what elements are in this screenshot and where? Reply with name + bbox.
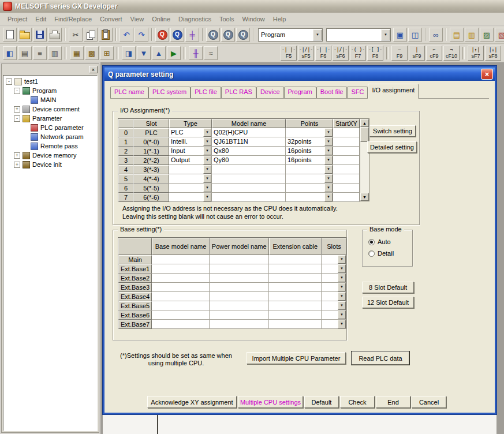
note-display-icon-button[interactable]: ▥ xyxy=(48,46,62,60)
trace-icon-button[interactable]: ≈ xyxy=(204,46,218,60)
io-points-dropdown[interactable]: ▼ xyxy=(286,128,333,137)
tree-expander[interactable]: - xyxy=(14,88,20,94)
chevron-down-icon[interactable]: ▼ xyxy=(324,165,333,174)
comment-display-icon-button[interactable]: ▤ xyxy=(18,46,32,60)
chevron-down-icon[interactable]: ▼ xyxy=(338,274,346,282)
slots-dropdown[interactable]: ▼ xyxy=(322,301,346,310)
monitor-start-icon-button[interactable]: ▶ xyxy=(167,46,181,60)
tree-item-parameter[interactable]: -Parameter xyxy=(3,114,97,123)
chevron-down-icon[interactable]: ▼ xyxy=(324,128,333,137)
menu-item-convert[interactable]: Convert xyxy=(96,14,126,24)
base-model-name-cell[interactable] xyxy=(152,264,210,274)
tree-item-network-param[interactable]: Network param xyxy=(3,132,97,141)
io-model-name-cell[interactable]: Qy80 xyxy=(212,156,286,165)
io-startxy-cell[interactable] xyxy=(333,128,360,137)
tab-plc-file[interactable]: PLC file xyxy=(191,87,221,98)
monitor-write-icon-button[interactable]: ▥ xyxy=(465,28,479,42)
parameter-setting-icon-button[interactable]: ⊞ xyxy=(100,46,114,60)
io-startxy-cell[interactable] xyxy=(333,147,360,156)
base-mode-detail-radio[interactable]: Detail xyxy=(368,250,394,257)
switch-setting-button[interactable]: Switch setting xyxy=(369,125,416,137)
menu-item-window[interactable]: Window xyxy=(238,14,269,24)
read-mode-icon-button[interactable]: ▨ xyxy=(480,28,494,42)
program-verify-icon-button[interactable]: Q xyxy=(170,28,184,42)
chevron-down-icon[interactable]: ▼ xyxy=(338,320,346,328)
fkey-sf8-button[interactable]: |↓|sF8 xyxy=(485,46,501,61)
io-type-dropdown[interactable]: ▼ xyxy=(169,174,212,184)
io-points-dropdown[interactable]: ▼ xyxy=(286,174,333,184)
io-model-name-cell[interactable] xyxy=(212,193,286,202)
fkey-cf9-button[interactable]: ⌐cF9 xyxy=(426,46,442,61)
menu-item-find-replace[interactable]: Find/Replace xyxy=(50,14,96,24)
new-window-icon-button[interactable]: ▣ xyxy=(393,28,407,42)
chevron-down-icon[interactable]: ▼ xyxy=(324,174,333,183)
base-model-name-cell[interactable] xyxy=(152,292,210,301)
slots-dropdown[interactable]: ▼ xyxy=(322,264,346,274)
chevron-down-icon[interactable]: ▼ xyxy=(324,137,333,146)
io-type-dropdown[interactable]: Output▼ xyxy=(169,156,212,165)
print-icon-button[interactable] xyxy=(48,28,62,42)
io-type-dropdown[interactable]: ▼ xyxy=(169,184,212,193)
slots-dropdown[interactable]: ▼ xyxy=(322,292,346,301)
io-model-name-cell[interactable]: Qx80 xyxy=(212,147,286,156)
io-startxy-cell[interactable] xyxy=(333,137,360,147)
chevron-down-icon[interactable]: ▼ xyxy=(324,156,333,164)
chevron-down-icon[interactable]: ▼ xyxy=(203,174,211,183)
extension-cable-cell[interactable] xyxy=(269,292,322,301)
power-model-name-cell[interactable] xyxy=(210,264,269,274)
tab-sfc[interactable]: SFC xyxy=(347,87,368,98)
window-titlebar[interactable]: MELSOFT series GX Developer xyxy=(0,0,504,13)
fkey-f6-button[interactable]: -| |-F6 xyxy=(315,46,331,61)
slots-dropdown[interactable]: ▼ xyxy=(322,255,346,264)
power-model-name-cell[interactable] xyxy=(210,283,269,292)
program-check-icon-button[interactable]: Q xyxy=(155,28,169,42)
tree-expander[interactable]: - xyxy=(6,78,12,85)
program-select-combo[interactable]: Program▼ xyxy=(258,28,323,42)
project-tree-toggle-icon-button[interactable]: ◧ xyxy=(3,46,17,60)
slots-dropdown[interactable]: ▼ xyxy=(322,283,346,292)
power-model-name-cell[interactable] xyxy=(210,274,269,283)
zoom-out-icon-button[interactable]: Q xyxy=(221,28,235,42)
io-startxy-cell[interactable] xyxy=(333,193,360,202)
tree-item-program[interactable]: -Program xyxy=(3,86,97,95)
extension-cable-cell[interactable] xyxy=(269,310,322,320)
extension-cable-cell[interactable] xyxy=(269,274,322,283)
tab-i-o-assignment[interactable]: I/O assignment xyxy=(368,84,419,99)
io-type-dropdown[interactable]: ▼ xyxy=(169,165,212,174)
tab-program[interactable]: Program xyxy=(284,87,316,98)
fkey-sf5-button[interactable]: -|/|-sF5 xyxy=(298,46,314,61)
scroll-up-icon[interactable]: ▲ xyxy=(360,119,369,127)
io-table-scrollbar[interactable]: ▲ ▼ xyxy=(360,118,369,201)
close-icon[interactable]: × xyxy=(481,69,493,80)
base-model-name-cell[interactable] xyxy=(152,301,210,310)
step-select-combo[interactable]: ▼ xyxy=(326,28,391,42)
power-model-name-cell[interactable] xyxy=(210,301,269,310)
write-to-plc-icon-button[interactable]: ▼ xyxy=(137,46,151,60)
chevron-down-icon[interactable]: ▼ xyxy=(203,156,211,164)
menu-item-diagnostics[interactable]: Diagnostics xyxy=(174,14,215,24)
end-button[interactable]: End xyxy=(376,396,410,408)
io-type-dropdown[interactable]: ▼ xyxy=(169,193,212,202)
chevron-down-icon[interactable]: ▼ xyxy=(381,29,390,40)
fkey-f9-button[interactable]: —F9 xyxy=(391,46,408,61)
acknowledge-xy-assignment-button[interactable]: Acknowledge XY assignment xyxy=(147,396,237,408)
chevron-down-icon[interactable]: ▼ xyxy=(203,193,211,201)
multiple-cpu-settings-button[interactable]: Multiple CPU settings xyxy=(238,396,303,408)
power-model-name-cell[interactable] xyxy=(210,255,269,264)
new-file-icon-button[interactable] xyxy=(3,28,17,42)
device-comment-edit-icon-button[interactable]: ▩ xyxy=(85,46,99,60)
find-icon-button[interactable]: ∞ xyxy=(429,28,443,42)
copy-icon-button[interactable] xyxy=(84,28,98,42)
io-startxy-cell[interactable] xyxy=(333,174,360,184)
io-model-name-cell[interactable] xyxy=(212,184,286,193)
tree-expander[interactable]: + xyxy=(14,152,20,159)
base-model-name-cell[interactable] xyxy=(152,283,210,292)
undo-icon-button[interactable]: ↶ xyxy=(120,28,133,42)
zoom-header-icon-button[interactable]: Q xyxy=(236,28,250,42)
chevron-down-icon[interactable]: ▼ xyxy=(313,29,322,40)
chevron-down-icon[interactable]: ▼ xyxy=(203,147,211,155)
fkey-cf10-button[interactable]: ¬cF10 xyxy=(443,46,460,61)
tab-plc-name[interactable]: PLC name xyxy=(110,87,148,98)
chevron-down-icon[interactable]: ▼ xyxy=(338,283,346,291)
write-mode-icon-button[interactable]: ▧ xyxy=(495,28,504,42)
